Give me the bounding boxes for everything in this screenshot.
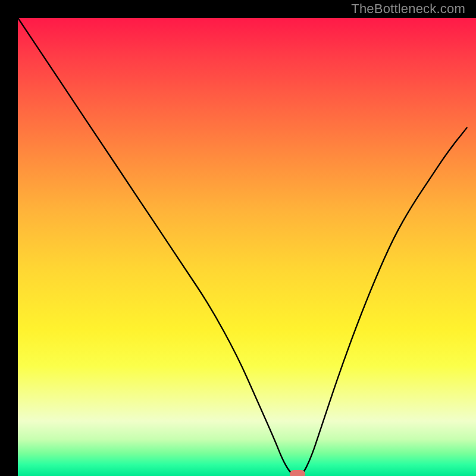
watermark-text: TheBottleneck.com xyxy=(351,1,465,17)
bottleneck-curve xyxy=(18,18,476,476)
plot-area xyxy=(18,18,476,476)
chart-frame xyxy=(9,9,467,467)
optimal-point-marker xyxy=(290,470,305,476)
